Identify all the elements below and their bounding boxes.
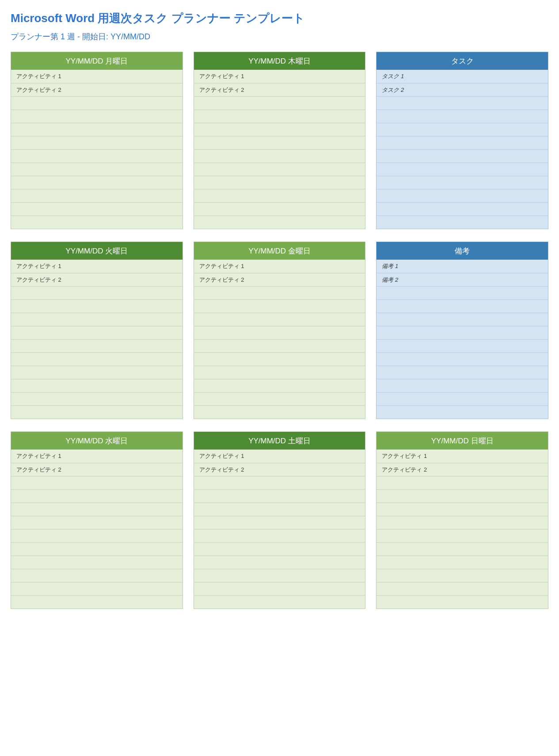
card-row[interactable]: [194, 313, 365, 326]
card-row[interactable]: 備考 2: [376, 273, 548, 286]
card-row[interactable]: [376, 366, 548, 379]
card-row[interactable]: [376, 163, 548, 176]
card-row[interactable]: タスク 1: [376, 70, 548, 83]
card-row[interactable]: [194, 339, 365, 352]
card-row[interactable]: [194, 503, 365, 516]
card-row[interactable]: [194, 299, 365, 313]
card-row[interactable]: [376, 136, 548, 149]
card-row[interactable]: [376, 392, 548, 405]
card-row[interactable]: [194, 215, 365, 229]
card-row[interactable]: [194, 542, 365, 556]
card-row[interactable]: [11, 392, 183, 405]
card-row[interactable]: [11, 352, 183, 366]
card-row[interactable]: [194, 352, 365, 366]
card-row[interactable]: [11, 96, 183, 110]
card-row[interactable]: [11, 556, 183, 569]
card-row[interactable]: [194, 123, 365, 136]
card-row[interactable]: [376, 476, 548, 489]
card-row[interactable]: [376, 202, 548, 215]
card-row[interactable]: [194, 149, 365, 163]
card-row[interactable]: アクティビティ 2: [11, 463, 183, 476]
card-row[interactable]: [376, 189, 548, 202]
card-row[interactable]: アクティビティ 1: [11, 260, 183, 273]
card-row[interactable]: [376, 286, 548, 299]
card-row[interactable]: [194, 582, 365, 595]
card-row[interactable]: [11, 110, 183, 123]
card-row[interactable]: [11, 339, 183, 352]
card-row[interactable]: [376, 489, 548, 503]
card-row[interactable]: [194, 476, 365, 489]
card-row[interactable]: [11, 503, 183, 516]
card-row[interactable]: [376, 595, 548, 609]
card-row[interactable]: [376, 215, 548, 229]
card-row[interactable]: [11, 189, 183, 202]
card-row[interactable]: アクティビティ 1: [194, 70, 365, 83]
card-row[interactable]: [376, 149, 548, 163]
card-row[interactable]: [376, 326, 548, 339]
card-row[interactable]: アクティビティ 2: [194, 463, 365, 476]
card-row[interactable]: [11, 582, 183, 595]
card-row[interactable]: [11, 313, 183, 326]
card-row[interactable]: [376, 339, 548, 352]
card-row[interactable]: [376, 529, 548, 542]
card-row[interactable]: [11, 489, 183, 503]
card-row[interactable]: [194, 405, 365, 419]
card-row[interactable]: [376, 569, 548, 582]
card-row[interactable]: アクティビティ 1: [194, 260, 365, 273]
card-row[interactable]: アクティビティ 1: [194, 450, 365, 463]
card-row[interactable]: [11, 529, 183, 542]
card-row[interactable]: [194, 286, 365, 299]
card-row[interactable]: [194, 176, 365, 189]
card-row[interactable]: アクティビティ 2: [11, 83, 183, 96]
card-row[interactable]: [194, 163, 365, 176]
card-row[interactable]: [11, 595, 183, 609]
card-row[interactable]: [11, 123, 183, 136]
card-row[interactable]: [11, 176, 183, 189]
card-row[interactable]: [11, 149, 183, 163]
card-row[interactable]: [11, 542, 183, 556]
card-row[interactable]: [194, 326, 365, 339]
card-row[interactable]: [376, 96, 548, 110]
card-row[interactable]: [376, 405, 548, 419]
card-row[interactable]: アクティビティ 1: [11, 70, 183, 83]
card-row[interactable]: タスク 2: [376, 83, 548, 96]
card-row[interactable]: [11, 405, 183, 419]
card-row[interactable]: アクティビティ 2: [376, 463, 548, 476]
card-row[interactable]: [376, 542, 548, 556]
card-row[interactable]: [11, 215, 183, 229]
card-row[interactable]: [376, 299, 548, 313]
card-row[interactable]: [194, 516, 365, 529]
card-row[interactable]: [11, 326, 183, 339]
card-row[interactable]: [11, 163, 183, 176]
card-row[interactable]: [376, 176, 548, 189]
card-row[interactable]: アクティビティ 1: [11, 450, 183, 463]
card-row[interactable]: [376, 516, 548, 529]
card-row[interactable]: [376, 379, 548, 392]
card-row[interactable]: [376, 582, 548, 595]
card-row[interactable]: [11, 379, 183, 392]
card-row[interactable]: [11, 569, 183, 582]
card-row[interactable]: [11, 476, 183, 489]
card-row[interactable]: [194, 595, 365, 609]
card-row[interactable]: アクティビティ 2: [194, 83, 365, 96]
card-row[interactable]: [194, 489, 365, 503]
card-row[interactable]: 備考 1: [376, 260, 548, 273]
card-row[interactable]: [194, 366, 365, 379]
card-row[interactable]: [11, 366, 183, 379]
card-row[interactable]: [194, 379, 365, 392]
card-row[interactable]: [194, 136, 365, 149]
card-row[interactable]: [11, 286, 183, 299]
card-row[interactable]: [376, 123, 548, 136]
card-row[interactable]: [11, 516, 183, 529]
card-row[interactable]: [376, 313, 548, 326]
card-row[interactable]: [376, 503, 548, 516]
card-row[interactable]: [376, 110, 548, 123]
card-row[interactable]: [194, 202, 365, 215]
card-row[interactable]: [11, 299, 183, 313]
card-row[interactable]: [376, 556, 548, 569]
card-row[interactable]: [194, 110, 365, 123]
card-row[interactable]: [11, 202, 183, 215]
card-row[interactable]: アクティビティ 2: [11, 273, 183, 286]
card-row[interactable]: [376, 352, 548, 366]
card-row[interactable]: [194, 96, 365, 110]
